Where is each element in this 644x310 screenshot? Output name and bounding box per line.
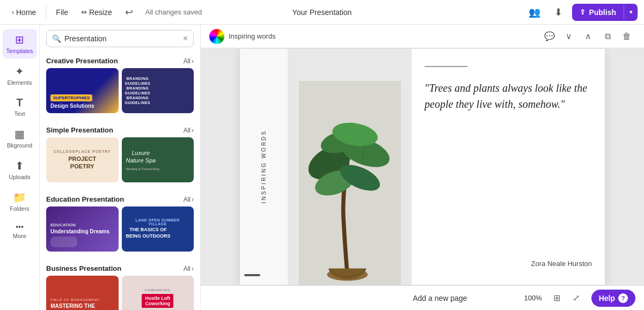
template-grid-creative: SUPERTROPHIES Design Solutions BRANDINGG… bbox=[46, 68, 194, 113]
sidebar-item-uploads[interactable]: ⬆ Uploads bbox=[3, 155, 37, 184]
template-card[interactable]: LAND OPEN SUMMER VILLAGE THE BASICS OFBE… bbox=[122, 206, 194, 252]
template-card-inner: FIELD OF MANAGEMENT MASTERING THEART OF … bbox=[46, 276, 119, 310]
color-picker[interactable] bbox=[209, 29, 224, 44]
templates-label: Templates bbox=[6, 48, 33, 54]
help-button[interactable]: Help ? bbox=[591, 290, 635, 307]
template-section-creative: Creative Presentation All › SUPERTROPHIE… bbox=[46, 53, 194, 113]
chevron-right-icon: › bbox=[192, 265, 194, 272]
section-all-education[interactable]: All › bbox=[184, 196, 194, 203]
sidebar-item-elements[interactable]: ✦ Elements bbox=[3, 61, 37, 90]
fullscreen-button[interactable]: ⤢ bbox=[568, 290, 585, 307]
delete-button[interactable]: 🗑 bbox=[618, 28, 635, 45]
download-icon: ⬇ bbox=[554, 6, 562, 18]
publish-main[interactable]: ⇪ Publish bbox=[572, 4, 624, 21]
section-title-education: Education Presentation bbox=[46, 195, 124, 203]
canvas-scroll[interactable]: Inspiring Words bbox=[201, 48, 644, 285]
add-page-button[interactable]: Add a new page bbox=[360, 290, 519, 307]
resize-button[interactable]: ⇔ Resize bbox=[76, 5, 118, 20]
canvas-topbar-actions: 💬 ∨ ∧ ⧉ 🗑 bbox=[541, 28, 635, 45]
plant-image bbox=[288, 49, 412, 285]
chevron-down-icon: ∨ bbox=[566, 31, 572, 41]
bottom-right: 100% ⊞ ⤢ Help ? bbox=[519, 290, 635, 307]
templates-icon: ⊞ bbox=[15, 33, 24, 46]
template-card-inner: LuxureNature Spa Healing & Connecting · bbox=[122, 137, 194, 182]
template-card[interactable]: SUPERTROPHIES Design Solutions bbox=[46, 68, 119, 113]
quote-author: Zora Neale Hurston bbox=[425, 260, 592, 268]
slide-text-content: "Trees and plants always look like the p… bbox=[425, 66, 592, 112]
copy-icon: ⧉ bbox=[605, 32, 611, 41]
search-input[interactable] bbox=[64, 34, 180, 43]
template-card[interactable]: EDUCATION Understanding Dreams bbox=[46, 206, 119, 252]
clear-icon[interactable]: × bbox=[183, 34, 188, 43]
chevron-down-button[interactable]: ∨ bbox=[560, 28, 577, 45]
copy-button[interactable]: ⧉ bbox=[599, 28, 616, 45]
bottom-bar: Add a new page 100% ⊞ ⤢ Help ? bbox=[201, 285, 644, 310]
section-title-creative: Creative Presentation bbox=[46, 57, 118, 65]
template-card-inner: SUPERTROPHIES Design Solutions bbox=[46, 68, 119, 113]
uploads-icon: ⬆ bbox=[15, 159, 24, 172]
template-grid-simple: COLLEGEPLACE POETRY PROJECTPOETRY Luxure… bbox=[46, 137, 194, 182]
comment-icon: 💬 bbox=[544, 31, 555, 41]
add-page-label: Add a new page bbox=[413, 294, 467, 302]
sidebar-item-more[interactable]: ••• More bbox=[3, 218, 37, 243]
section-title-simple: Simple Presentation bbox=[46, 126, 113, 134]
grid-icon: ⊞ bbox=[553, 293, 560, 303]
chevron-right-icon: › bbox=[192, 127, 194, 134]
template-card-inner: COLLEGEPLACE POETRY PROJECTPOETRY bbox=[46, 137, 119, 182]
more-icon: ••• bbox=[16, 223, 24, 231]
template-card[interactable]: COWORKING Hustle LoftCoworking bbox=[122, 276, 194, 310]
share-icon: ⇪ bbox=[580, 8, 586, 16]
section-all-simple[interactable]: All › bbox=[184, 127, 194, 134]
templates-scroll: Creative Presentation All › SUPERTROPHIE… bbox=[40, 53, 200, 310]
template-section-education: Education Presentation All › EDUCATION U… bbox=[46, 191, 194, 252]
template-card[interactable]: BRANDINGGUIDELINESBRANDINGGUIDELINESBRAN… bbox=[122, 68, 194, 113]
chevron-left-icon: ‹ bbox=[12, 9, 14, 16]
share-button[interactable]: 👥 bbox=[525, 3, 544, 22]
text-label: Text bbox=[14, 110, 25, 117]
slide-label: Inspiring words bbox=[229, 32, 275, 40]
resize-icon: ⇔ bbox=[81, 8, 87, 16]
chevron-down-icon: ▾ bbox=[630, 9, 632, 15]
publish-caret[interactable]: ▾ bbox=[624, 5, 638, 19]
background-label: Bkground bbox=[7, 142, 32, 149]
section-title-business: Business Presentation bbox=[46, 264, 121, 272]
sidebar-item-templates[interactable]: ⊞ Templates bbox=[3, 29, 37, 58]
folders-label: Folders bbox=[10, 205, 30, 212]
sidebar-item-text[interactable]: T Text bbox=[3, 92, 37, 121]
template-card[interactable]: FIELD OF MANAGEMENT MASTERING THEART OF … bbox=[46, 276, 119, 310]
publish-label: Publish bbox=[589, 8, 616, 17]
elements-label: Elements bbox=[8, 79, 32, 86]
chevron-right-icon: › bbox=[192, 196, 194, 203]
templates-panel: 🔍 × Creative Presentation All › bbox=[40, 25, 201, 310]
quote-line bbox=[425, 66, 467, 67]
download-button[interactable]: ⬇ bbox=[548, 3, 568, 22]
template-card[interactable]: COLLEGEPLACE POETRY PROJECTPOETRY bbox=[46, 137, 119, 182]
sidebar-item-background[interactable]: ▦ Bkground bbox=[3, 123, 37, 153]
template-card[interactable]: LuxureNature Spa Healing & Connecting · bbox=[122, 137, 194, 182]
section-all-creative[interactable]: All › bbox=[184, 57, 194, 65]
template-card-inner: LAND OPEN SUMMER VILLAGE THE BASICS OFBE… bbox=[122, 206, 194, 252]
slide-bottom-bar bbox=[244, 274, 260, 276]
grid-view-button[interactable]: ⊞ bbox=[548, 290, 566, 307]
section-all-business[interactable]: All › bbox=[184, 265, 194, 272]
plant-svg bbox=[296, 81, 404, 285]
undo-button[interactable]: ↩ bbox=[120, 3, 139, 22]
resize-label: Resize bbox=[89, 8, 112, 17]
folders-icon: 📁 bbox=[13, 191, 26, 204]
toolbar-divider bbox=[46, 6, 46, 19]
people-icon: 👥 bbox=[529, 6, 540, 18]
template-card-inner: BRANDINGGUIDELINESBRANDINGGUIDELINESBRAN… bbox=[122, 68, 194, 113]
file-label: File bbox=[56, 8, 68, 17]
slide-left-panel: Inspiring Words bbox=[240, 49, 288, 285]
chevron-up-button[interactable]: ∧ bbox=[580, 28, 597, 45]
vertical-text: Inspiring Words bbox=[261, 130, 267, 203]
sidebar-item-folders[interactable]: 📁 Folders bbox=[3, 187, 37, 216]
undo-icon: ↩ bbox=[125, 6, 133, 18]
home-button[interactable]: ‹ Home bbox=[6, 5, 41, 20]
publish-button[interactable]: ⇪ Publish ▾ bbox=[572, 4, 638, 21]
search-icon: 🔍 bbox=[52, 34, 61, 43]
comment-button[interactable]: 💬 bbox=[541, 28, 558, 45]
uploads-label: Uploads bbox=[9, 174, 30, 180]
file-button[interactable]: File bbox=[50, 5, 74, 20]
template-card-inner: COWORKING Hustle LoftCoworking bbox=[122, 276, 194, 310]
